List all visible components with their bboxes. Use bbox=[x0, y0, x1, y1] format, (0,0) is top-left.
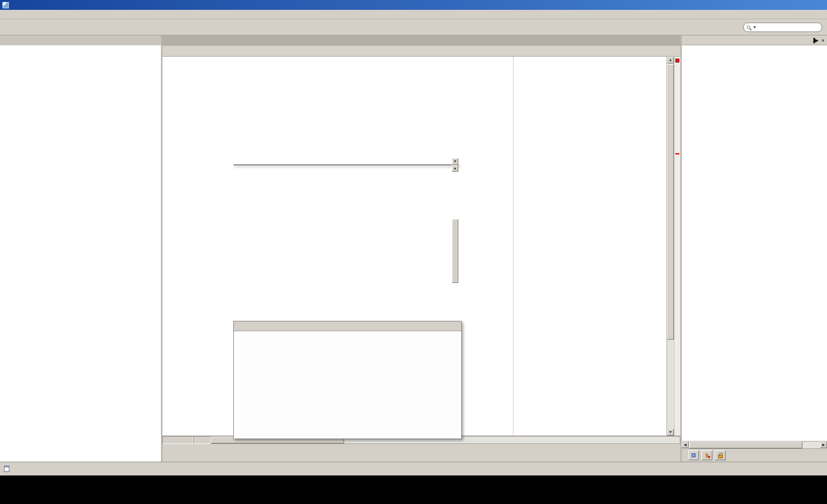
static-member-icon: $ bbox=[705, 452, 709, 459]
scrollbar-thumb[interactable] bbox=[452, 219, 458, 283]
title-bar bbox=[0, 0, 827, 10]
doc-toolbar bbox=[234, 321, 461, 331]
tasks-icon bbox=[4, 466, 9, 472]
doc-content bbox=[234, 331, 461, 439]
dock-right-icon[interactable]: ▐▶ bbox=[812, 38, 818, 43]
editor-toolbar bbox=[162, 46, 680, 57]
scroll-up-icon[interactable]: ▲ bbox=[667, 57, 674, 63]
scroll-left-icon[interactable]: ◀ bbox=[682, 441, 689, 448]
code-completion-popup: ▲ ▼ bbox=[233, 164, 459, 165]
navigator-filters: $ bbox=[682, 448, 827, 462]
chevron-down-icon[interactable]: ▼ bbox=[753, 25, 757, 30]
close-icon[interactable]: × bbox=[822, 37, 825, 43]
navigator-tree bbox=[682, 45, 827, 441]
search-icon bbox=[747, 26, 750, 29]
insert-mode bbox=[193, 436, 211, 444]
show-static-filter-button[interactable]: $ bbox=[701, 450, 712, 460]
file-error-status-icon bbox=[675, 59, 679, 63]
scroll-right-icon[interactable]: ▶ bbox=[820, 441, 827, 448]
scroll-down-icon[interactable]: ▼ bbox=[667, 429, 674, 436]
documentation-popup bbox=[233, 321, 462, 439]
search-input[interactable]: ▼ bbox=[743, 23, 822, 32]
error-stripe[interactable] bbox=[674, 57, 680, 436]
right-margin-line bbox=[513, 57, 513, 436]
projects-panel bbox=[0, 35, 162, 462]
lock-icon bbox=[718, 455, 723, 458]
tasks-bar bbox=[0, 462, 827, 475]
scrollbar-thumb[interactable] bbox=[667, 64, 674, 340]
scroll-up-icon[interactable]: ▲ bbox=[452, 165, 458, 172]
show-non-public-filter-button[interactable] bbox=[715, 450, 726, 460]
panel-tab-bar bbox=[0, 35, 161, 45]
scroll-down-icon[interactable]: ▼ bbox=[452, 158, 458, 165]
project-tree bbox=[0, 45, 161, 462]
inherited-icon bbox=[692, 453, 696, 457]
scrollbar-thumb[interactable] bbox=[689, 441, 802, 448]
caret-position bbox=[162, 436, 193, 444]
navigator-panel: ▐▶ × ◀ ▶ $ bbox=[680, 35, 827, 462]
navigator-horizontal-scrollbar[interactable]: ◀ ▶ bbox=[682, 441, 827, 448]
editor-vertical-scrollbar[interactable]: ▲ ▼ bbox=[667, 57, 674, 436]
main-toolbar: ▼ bbox=[0, 19, 827, 35]
error-mark[interactable] bbox=[675, 153, 679, 155]
navigator-header: ▐▶ × bbox=[682, 35, 827, 45]
dock-filler bbox=[162, 444, 680, 462]
editor-tab-bar bbox=[162, 35, 680, 46]
app-icon bbox=[2, 2, 9, 8]
menu-bar bbox=[0, 10, 827, 19]
show-inherited-filter-button[interactable] bbox=[688, 450, 699, 460]
